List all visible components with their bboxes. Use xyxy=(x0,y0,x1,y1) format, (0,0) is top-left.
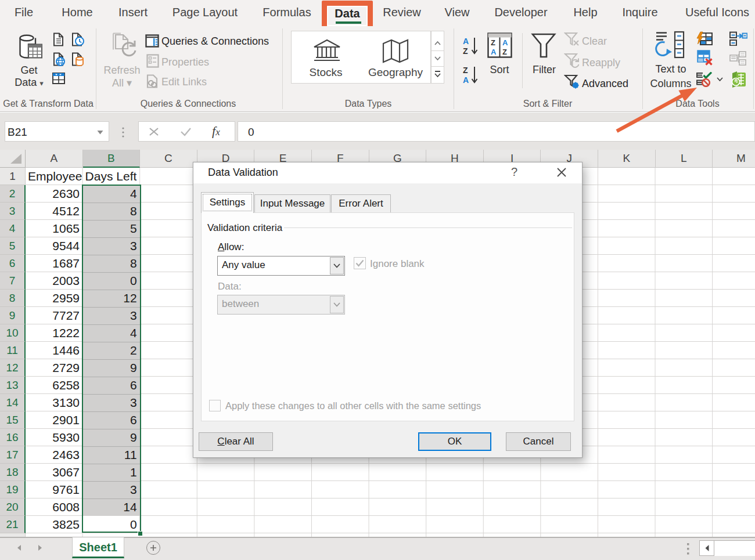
svg-text:Z: Z xyxy=(463,46,468,56)
svg-text:A: A xyxy=(463,37,469,46)
svg-text:Z: Z xyxy=(463,66,468,75)
svg-text:Z: Z xyxy=(491,38,495,47)
svg-text:A: A xyxy=(502,38,508,47)
svg-text:Z: Z xyxy=(502,48,507,56)
svg-text:A: A xyxy=(463,75,469,85)
svg-text:A: A xyxy=(491,48,497,56)
